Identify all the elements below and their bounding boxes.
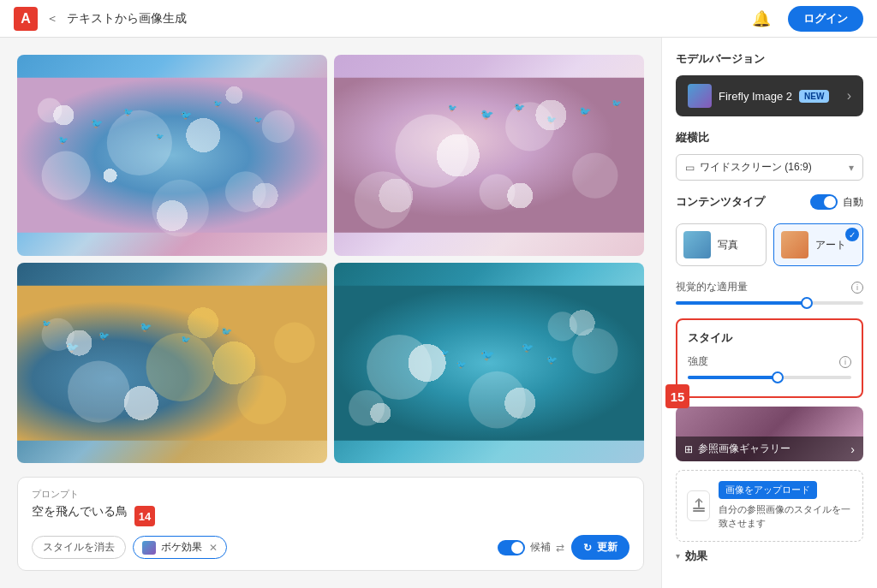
svg-rect-26: [17, 285, 327, 440]
svg-text:🐦: 🐦: [546, 354, 558, 365]
candidate-toggle: 候補 ⇄: [498, 540, 564, 555]
svg-point-5: [38, 98, 63, 123]
content-option-art[interactable]: アート ✓: [773, 223, 864, 266]
bokeh-tag-icon: [142, 541, 156, 555]
candidate-switch[interactable]: [498, 540, 525, 555]
svg-point-43: [548, 312, 577, 341]
page-title: テキストから画像生成: [67, 11, 187, 27]
strength-slider[interactable]: [688, 376, 851, 379]
visual-slider-thumb[interactable]: [801, 297, 813, 309]
visual-slider-fill: [676, 301, 807, 305]
upload-svg: [690, 497, 707, 514]
login-button[interactable]: ログイン: [788, 6, 863, 32]
svg-point-18: [572, 152, 617, 198]
prompt-text: 空を飛んでいる鳥: [32, 504, 128, 520]
candidate-icon: ⇄: [556, 542, 564, 554]
svg-text:🐦: 🐦: [448, 104, 457, 113]
main-layout: 🐦 🐦 🐦 🐦 🐦 🐦 🐦: [0, 38, 877, 588]
image-3-svg: 🐦 🐦 🐦 🐦 🐦 🐦: [17, 263, 327, 464]
svg-rect-38: [334, 285, 644, 440]
strength-label: 強度: [688, 354, 832, 369]
visual-section: 視覚的な適用量 i: [676, 280, 863, 305]
svg-text:🐦: 🐦: [546, 115, 557, 125]
svg-text:🐦: 🐦: [58, 135, 69, 146]
svg-point-29: [237, 375, 286, 424]
aspect-section: 縦横比 ▭ ワイドスクリーン (16:9) ▾: [676, 130, 863, 181]
image-cell-1[interactable]: 🐦 🐦 🐦 🐦 🐦 🐦 🐦: [17, 55, 327, 256]
svg-point-17: [355, 171, 412, 229]
svg-point-3: [225, 171, 266, 212]
ref-gallery-label: ⊞ 参照画像ギャラリー: [684, 442, 790, 456]
ref-gallery-arrow: ›: [850, 442, 855, 456]
effects-toggle[interactable]: ▾ 効果: [676, 549, 863, 564]
upload-text-area: 画像をアップロード 自分の参照画像のスタイルを一致させます: [719, 481, 852, 531]
svg-text:🐦: 🐦: [480, 347, 495, 362]
svg-text:🐦: 🐦: [579, 105, 592, 117]
image-1-svg: 🐦 🐦 🐦 🐦 🐦 🐦 🐦: [17, 55, 327, 256]
right-panel: モデルバージョン Firefly Image 2 NEW › 縦横比 ▭ ワイド…: [661, 38, 877, 588]
svg-point-6: [152, 180, 209, 237]
aspect-section-title: 縦横比: [676, 130, 863, 146]
upload-area[interactable]: 画像をアップロード 自分の参照画像のスタイルを一致させます: [676, 470, 863, 542]
strength-slider-fill: [688, 376, 778, 379]
model-section: モデルバージョン Firefly Image 2 NEW ›: [676, 51, 863, 116]
style-section: スタイル 強度 i 15: [676, 318, 863, 398]
aspect-dropdown-icon: ▾: [849, 162, 854, 174]
style-clear-button[interactable]: スタイルを消去: [32, 536, 126, 559]
svg-text:🐦: 🐦: [91, 117, 104, 129]
image-cell-4[interactable]: 🐦 🐦 🐦 🐦 🐦: [334, 263, 644, 464]
svg-point-31: [274, 322, 315, 363]
aspect-select[interactable]: ▭ ワイドスクリーン (16:9) ▾: [676, 154, 863, 181]
art-thumbnail: [781, 231, 808, 258]
upload-description: 自分の参照画像のスタイルを一致させます: [719, 504, 850, 528]
style-tag-close[interactable]: ✕: [209, 542, 218, 554]
app-header: A ＜ テキストから画像生成 🔔 ログイン: [0, 0, 877, 38]
ref-gallery-overlay: ⊞ 参照画像ギャラリー ›: [676, 437, 863, 461]
auto-toggle[interactable]: [810, 194, 838, 210]
prompt-controls: スタイルを消去 ボケ効果 ✕ 候補 ⇄ ↻ 更新: [32, 535, 629, 560]
model-button[interactable]: Firefly Image 2 NEW ›: [676, 75, 863, 116]
model-thumbnail: [688, 84, 712, 108]
content-area: 🐦 🐦 🐦 🐦 🐦 🐦 🐦: [0, 38, 661, 588]
image-cell-3[interactable]: 🐦 🐦 🐦 🐦 🐦 🐦: [17, 263, 327, 464]
art-check-icon: ✓: [845, 228, 859, 241]
svg-point-42: [349, 389, 385, 425]
svg-point-40: [468, 371, 526, 428]
visual-info-icon[interactable]: i: [851, 282, 863, 294]
svg-text:🐦: 🐦: [514, 102, 526, 113]
model-section-title: モデルバージョン: [676, 51, 863, 67]
style-tag-bokeh[interactable]: ボケ効果 ✕: [133, 536, 227, 559]
svg-point-30: [42, 318, 75, 350]
bell-icon[interactable]: 🔔: [752, 9, 771, 28]
svg-text:🐦: 🐦: [213, 99, 223, 109]
svg-rect-49: [693, 508, 705, 509]
svg-point-1: [42, 151, 91, 199]
svg-text:🐦: 🐦: [612, 98, 622, 109]
aspect-icon: ▭: [685, 162, 695, 174]
ref-gallery-button[interactable]: ⊞ 参照画像ギャラリー ›: [676, 407, 863, 461]
effects-label: 効果: [685, 549, 707, 564]
svg-text:🐦: 🐦: [123, 107, 134, 117]
strength-slider-thumb[interactable]: [772, 371, 784, 383]
svg-text:🐦: 🐦: [440, 347, 450, 357]
back-button[interactable]: ＜: [46, 11, 58, 27]
svg-text:🐦: 🐦: [66, 340, 80, 353]
content-type-section: コンテンツタイプ 自動 写真 アート ✓: [676, 194, 863, 266]
visual-slider[interactable]: [676, 301, 863, 305]
svg-text:🐦: 🐦: [522, 341, 534, 353]
strength-info-icon[interactable]: i: [839, 356, 851, 368]
prompt-area: プロンプト 空を飛んでいる鳥 14 スタイルを消去 ボケ効果 ✕: [17, 477, 644, 571]
image-cell-2[interactable]: 🐦 🐦 🐦 🐦 🐦 🐦: [334, 55, 644, 256]
upload-image-button[interactable]: 画像をアップロード: [719, 481, 817, 499]
svg-rect-51: [693, 510, 705, 512]
new-badge: NEW: [799, 90, 829, 103]
svg-rect-0: [17, 78, 327, 233]
auto-label: 自動: [843, 195, 863, 210]
svg-point-39: [367, 334, 432, 399]
content-option-photo[interactable]: 写真: [676, 223, 767, 266]
svg-point-19: [480, 174, 516, 210]
update-button[interactable]: ↻ 更新: [571, 535, 629, 560]
svg-text:🐦: 🐦: [42, 319, 51, 329]
effects-section: ▾ 効果: [676, 549, 863, 564]
svg-text:🐦: 🐦: [480, 108, 494, 122]
